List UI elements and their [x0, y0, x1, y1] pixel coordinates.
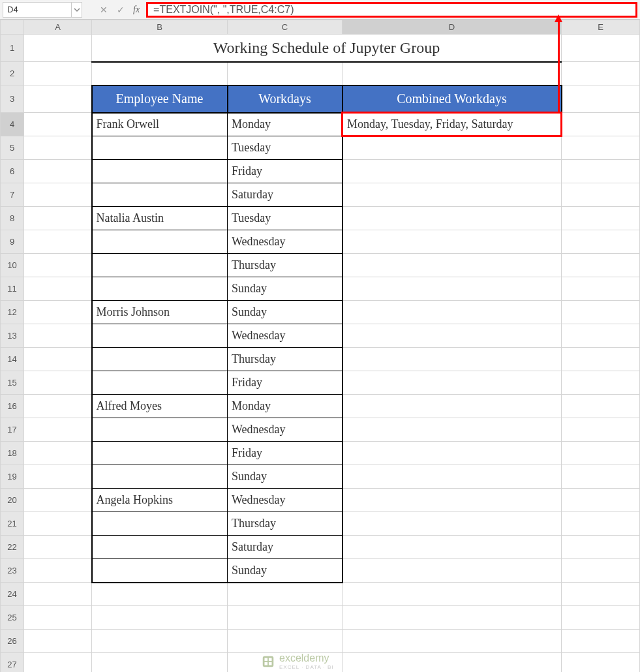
cell-C23[interactable]: Sunday [228, 559, 343, 583]
cell-C6[interactable]: Friday [228, 160, 343, 183]
cell-E8[interactable] [562, 207, 640, 230]
cell-A8[interactable] [24, 207, 92, 230]
cell-E21[interactable] [562, 512, 640, 536]
cell-D18[interactable] [343, 442, 562, 465]
col-header-A[interactable]: A [24, 20, 92, 35]
cell-C9[interactable]: Wednesday [228, 230, 343, 254]
cell-A23[interactable] [24, 559, 92, 583]
row-header-23[interactable]: 23 [1, 559, 24, 583]
cell-A1[interactable] [24, 35, 92, 62]
cell-E27[interactable] [562, 653, 640, 673]
cell-E20[interactable] [562, 489, 640, 512]
cell-C17[interactable]: Wednesday [228, 418, 343, 442]
cell-D22[interactable] [343, 536, 562, 559]
cell-E10[interactable] [562, 254, 640, 277]
cell-B5[interactable] [92, 136, 228, 160]
cell-B15[interactable] [92, 371, 228, 395]
row-header-21[interactable]: 21 [1, 512, 24, 536]
row-header-18[interactable]: 18 [1, 442, 24, 465]
row-header-1[interactable]: 1 [1, 35, 24, 62]
row-header-3[interactable]: 3 [1, 85, 24, 113]
cell-A24[interactable] [24, 583, 92, 606]
cell-B20[interactable]: Angela Hopkins [92, 489, 228, 512]
cell-E6[interactable] [562, 160, 640, 183]
cell-C7[interactable]: Saturday [228, 183, 343, 207]
cell-D8[interactable] [343, 207, 562, 230]
cell-B25[interactable] [92, 606, 228, 630]
cell-E15[interactable] [562, 371, 640, 395]
cell-C21[interactable]: Thursday [228, 512, 343, 536]
cell-C8[interactable]: Tuesday [228, 207, 343, 230]
cell-D16[interactable] [343, 395, 562, 418]
cell-D26[interactable] [343, 630, 562, 653]
cell-E17[interactable] [562, 418, 640, 442]
cell-D20[interactable] [343, 489, 562, 512]
row-header-4[interactable]: 4 [1, 113, 24, 136]
cell-A27[interactable] [24, 653, 92, 673]
col-header-C[interactable]: C [228, 20, 343, 35]
cell-D19[interactable] [343, 465, 562, 489]
cell-E25[interactable] [562, 606, 640, 630]
cell-D24[interactable] [343, 583, 562, 606]
cell-B7[interactable] [92, 183, 228, 207]
row-header-19[interactable]: 19 [1, 465, 24, 489]
cell-A5[interactable] [24, 136, 92, 160]
header-employee-name[interactable]: Employee Name [92, 85, 228, 113]
cell-A3[interactable] [24, 85, 92, 113]
row-header-9[interactable]: 9 [1, 230, 24, 254]
cell-B4[interactable]: Frank Orwell [92, 113, 228, 136]
cell-D27[interactable] [343, 653, 562, 673]
row-header-8[interactable]: 8 [1, 207, 24, 230]
cell-D5[interactable] [343, 136, 562, 160]
row-header-10[interactable]: 10 [1, 254, 24, 277]
row-header-5[interactable]: 5 [1, 136, 24, 160]
cell-E9[interactable] [562, 230, 640, 254]
cell-D12[interactable] [343, 301, 562, 324]
cell-E13[interactable] [562, 324, 640, 348]
cell-C20[interactable]: Wednesday [228, 489, 343, 512]
cell-D25[interactable] [343, 606, 562, 630]
cell-E7[interactable] [562, 183, 640, 207]
cell-C11[interactable]: Sunday [228, 277, 343, 301]
cell-D15[interactable] [343, 371, 562, 395]
cell-A26[interactable] [24, 630, 92, 653]
cell-B14[interactable] [92, 348, 228, 371]
row-header-17[interactable]: 17 [1, 418, 24, 442]
cell-E12[interactable] [562, 301, 640, 324]
cell-E18[interactable] [562, 442, 640, 465]
cell-C2[interactable] [228, 62, 343, 85]
row-header-22[interactable]: 22 [1, 536, 24, 559]
cell-D17[interactable] [343, 418, 562, 442]
cell-B24[interactable] [92, 583, 228, 606]
cell-B23[interactable] [92, 559, 228, 583]
row-header-14[interactable]: 14 [1, 348, 24, 371]
cell-D10[interactable] [343, 254, 562, 277]
row-header-26[interactable]: 26 [1, 630, 24, 653]
spreadsheet-grid[interactable]: A B C D E 1 Working Schedule of Jupyter … [0, 20, 640, 672]
name-box[interactable]: D4 [3, 2, 72, 18]
cell-C10[interactable]: Thursday [228, 254, 343, 277]
cell-E5[interactable] [562, 136, 640, 160]
cell-A7[interactable] [24, 183, 92, 207]
cell-D2[interactable] [343, 62, 562, 85]
header-combined-workdays[interactable]: Combined Workdays [343, 85, 562, 113]
cell-B8[interactable]: Natalia Austin [92, 207, 228, 230]
cell-C25[interactable] [228, 606, 343, 630]
cell-A20[interactable] [24, 489, 92, 512]
cell-C5[interactable]: Tuesday [228, 136, 343, 160]
row-header-12[interactable]: 12 [1, 301, 24, 324]
cell-B13[interactable] [92, 324, 228, 348]
cell-A9[interactable] [24, 230, 92, 254]
cell-D6[interactable] [343, 160, 562, 183]
cell-A17[interactable] [24, 418, 92, 442]
confirm-formula-button[interactable]: ✓ [112, 2, 129, 18]
cell-A13[interactable] [24, 324, 92, 348]
cell-E2[interactable] [562, 62, 640, 85]
cell-A16[interactable] [24, 395, 92, 418]
cell-A14[interactable] [24, 348, 92, 371]
cell-E19[interactable] [562, 465, 640, 489]
row-header-13[interactable]: 13 [1, 324, 24, 348]
cell-D23[interactable] [343, 559, 562, 583]
cell-C16[interactable]: Monday [228, 395, 343, 418]
formula-input[interactable]: =TEXTJOIN(", ",TRUE,C4:C7) [146, 2, 637, 18]
